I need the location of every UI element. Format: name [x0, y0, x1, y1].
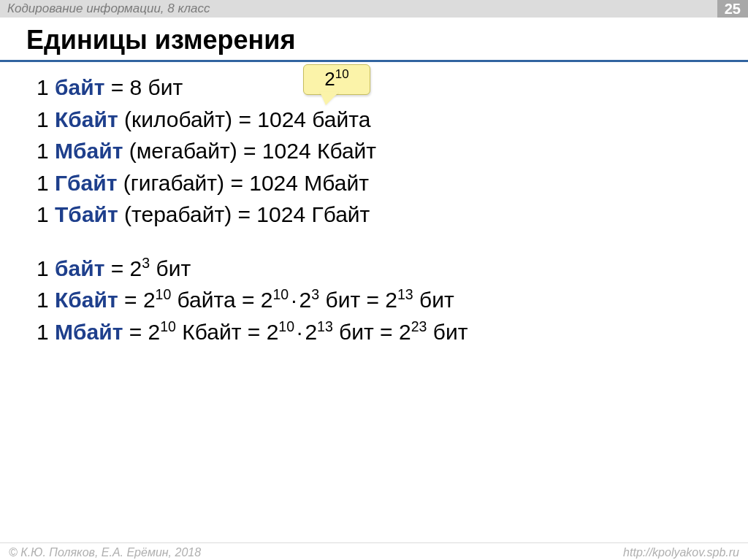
unit-term: байт — [55, 256, 104, 280]
unit-row: 1 Кбайт = 210 байта = 210·23 бит = 213 б… — [37, 284, 468, 316]
spacer — [37, 231, 468, 253]
unit-row: 1 Тбайт (терабайт) = 1024 Гбайт — [37, 199, 468, 231]
page-number: 25 — [717, 0, 748, 18]
top-bar: Кодирование информации, 8 класс 25 — [0, 0, 748, 18]
unit-term: Гбайт — [55, 171, 117, 195]
unit-term: Тбайт — [55, 202, 118, 226]
unit-term: Кбайт — [55, 107, 118, 131]
copyright: © К.Ю. Поляков, Е.А. Ерёмин, 2018 — [9, 546, 201, 559]
title-underline — [0, 60, 748, 62]
footer-bar: © К.Ю. Поляков, Е.А. Ерёмин, 2018 http:/… — [0, 542, 748, 560]
unit-term: Мбайт — [55, 320, 123, 344]
subject-label: Кодирование информации, 8 класс — [7, 1, 210, 16]
unit-row: 1 байт = 8 бит — [37, 72, 468, 104]
unit-term: Кбайт — [55, 288, 118, 312]
unit-row: 1 байт = 23 бит — [37, 253, 468, 285]
source-url: http://kpolyakov.spb.ru — [623, 546, 739, 559]
unit-term: Мбайт — [55, 139, 123, 163]
unit-list-decimal: 1 байт = 8 бит1 Кбайт (килобайт) = 1024 … — [37, 72, 468, 231]
content: 1 байт = 8 бит1 Кбайт (килобайт) = 1024 … — [37, 72, 468, 348]
unit-row: 1 Мбайт (мегабайт) = 1024 Кбайт — [37, 135, 468, 167]
slide: Кодирование информации, 8 класс 25 Едини… — [0, 0, 748, 560]
unit-row: 1 Мбайт = 210 Кбайт = 210·213 бит = 223 … — [37, 316, 468, 348]
unit-list-powers: 1 байт = 23 бит1 Кбайт = 210 байта = 210… — [37, 253, 468, 348]
unit-row: 1 Кбайт (килобайт) = 1024 байта — [37, 104, 468, 136]
unit-term: байт — [55, 75, 104, 99]
unit-row: 1 Гбайт (гигабайт) = 1024 Мбайт — [37, 167, 468, 199]
slide-title: Единицы измерения — [26, 25, 295, 55]
